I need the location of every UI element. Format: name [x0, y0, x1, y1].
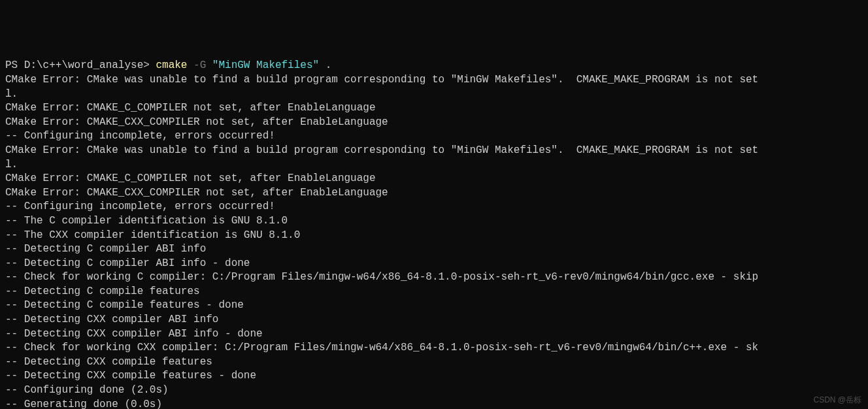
output-line: -- Detecting CXX compiler ABI info - don… — [5, 327, 863, 342]
output-line: CMake Error: CMAKE_C_COMPILER not set, a… — [5, 172, 863, 186]
output-line: -- Detecting CXX compiler ABI info — [5, 313, 863, 327]
output-line: l. — [5, 88, 863, 102]
output-line: -- Check for working CXX compiler: C:/Pr… — [5, 341, 863, 355]
prompt-path: PS D:\c++\word_analyse> — [5, 59, 156, 71]
terminal-output[interactable]: PS D:\c++\word_analyse> cmake -G "MinGW … — [5, 59, 863, 409]
output-line: l. — [5, 158, 863, 172]
output-line: -- Configuring incomplete, errors occurr… — [5, 129, 863, 144]
output-line: -- Detecting C compiler ABI info - done — [5, 257, 863, 271]
command-dot: . — [319, 59, 331, 71]
output-line: -- Detecting C compile features - done — [5, 299, 863, 313]
output-line: -- Generating done (0.0s) — [5, 398, 863, 409]
output-line: -- Detecting CXX compile features — [5, 355, 863, 370]
output-line: -- Detecting C compiler ABI info — [5, 242, 863, 257]
output-line: CMake Error: CMake was unable to find a … — [5, 73, 863, 88]
output-line: -- Configuring done (2.0s) — [5, 384, 863, 398]
output-line: -- Check for working C compiler: C:/Prog… — [5, 270, 863, 285]
output-line: CMake Error: CMAKE_CXX_COMPILER not set,… — [5, 186, 863, 201]
command-arg: "MinGW Makefiles" — [212, 59, 319, 71]
output-line: -- Detecting C compile features — [5, 285, 863, 299]
command-flag: -G — [187, 59, 212, 71]
output-line: -- Detecting CXX compile features - done — [5, 369, 863, 384]
output-line: CMake Error: CMAKE_CXX_COMPILER not set,… — [5, 116, 863, 130]
command-name: cmake — [156, 59, 187, 71]
output-line: CMake Error: CMake was unable to find a … — [5, 144, 863, 158]
output-line: -- Configuring incomplete, errors occurr… — [5, 200, 863, 214]
output-line: -- The CXX compiler identification is GN… — [5, 229, 863, 243]
watermark-text: CSDN @岳栎 — [813, 395, 861, 405]
output-line: CMake Error: CMAKE_C_COMPILER not set, a… — [5, 101, 863, 116]
prompt-line: PS D:\c++\word_analyse> cmake -G "MinGW … — [5, 59, 863, 73]
output-line: -- The C compiler identification is GNU … — [5, 214, 863, 229]
